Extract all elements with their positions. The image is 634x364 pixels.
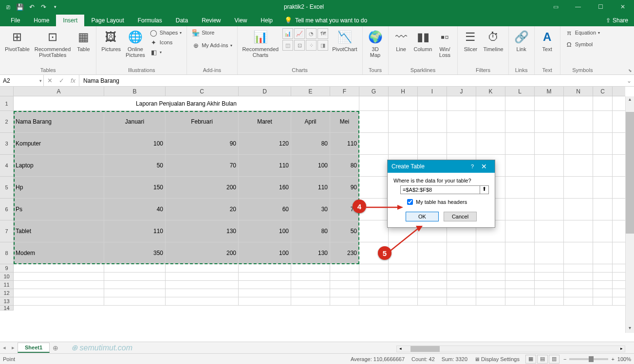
row-header[interactable]: 5 bbox=[0, 177, 14, 199]
col-header-d[interactable]: D bbox=[239, 87, 291, 96]
tell-me-search[interactable]: 💡 Tell me what you want to do bbox=[280, 14, 372, 26]
col-header-i[interactable]: I bbox=[418, 87, 447, 96]
tab-data[interactable]: Data bbox=[169, 15, 195, 26]
scroll-thumb[interactable] bbox=[410, 346, 440, 352]
scroll-down-icon[interactable]: ▾ bbox=[626, 325, 634, 333]
row-header[interactable]: 3 bbox=[0, 133, 14, 155]
enter-formula-icon[interactable]: ✓ bbox=[56, 77, 67, 84]
scroll-up-icon[interactable]: ▴ bbox=[626, 96, 634, 104]
sheet-tab-active[interactable]: Sheet1 bbox=[18, 343, 50, 353]
sheet-nav-next-icon[interactable]: ▸ bbox=[9, 345, 18, 351]
col-header-g[interactable]: G bbox=[359, 87, 389, 96]
col-header-a[interactable]: A bbox=[14, 87, 104, 96]
normal-view-icon[interactable]: ▦ bbox=[525, 355, 536, 364]
redo-icon[interactable]: ↷ bbox=[38, 1, 49, 12]
fx-icon[interactable]: fx bbox=[67, 77, 79, 84]
table-header-cell[interactable]: Nama Barang bbox=[14, 111, 104, 132]
col-header-j[interactable]: J bbox=[447, 87, 476, 96]
col-header-l[interactable]: L bbox=[505, 87, 535, 96]
table-header-cell[interactable]: Januari bbox=[104, 111, 166, 132]
sheet-nav-prev-icon[interactable]: ◂ bbox=[0, 345, 9, 351]
pie-chart-icon[interactable]: ◔ bbox=[306, 28, 317, 39]
cells-area[interactable]: Laporan Penjualan Barang Akhir Bulan Nam… bbox=[14, 96, 625, 333]
scroll-right-icon[interactable]: ▸ bbox=[618, 346, 625, 352]
row-header[interactable]: 1 bbox=[0, 96, 14, 111]
chevron-down-icon[interactable]: ▾ bbox=[39, 78, 42, 83]
row-header[interactable]: 12 bbox=[0, 289, 14, 297]
stat-chart-icon[interactable]: ⊡ bbox=[294, 40, 305, 51]
dialog-titlebar[interactable]: Create Table ? ✕ bbox=[388, 160, 495, 173]
col-header-k[interactable]: K bbox=[476, 87, 505, 96]
map-chart-icon[interactable]: 🗺 bbox=[317, 28, 328, 39]
table-button[interactable]: ▦Table bbox=[75, 28, 92, 53]
zoom-out-icon[interactable]: − bbox=[563, 356, 566, 362]
tab-file[interactable]: File bbox=[4, 15, 27, 26]
pivottable-button[interactable]: ⊞PivotTable bbox=[4, 28, 31, 53]
close-icon[interactable]: ✕ bbox=[612, 0, 634, 14]
report-title-cell[interactable]: Laporan Penjualan Barang Akhir Bulan bbox=[14, 96, 359, 110]
row-header[interactable]: 11 bbox=[0, 281, 14, 289]
bar-chart-icon[interactable]: 📊 bbox=[282, 28, 293, 39]
col-header-n[interactable]: N bbox=[564, 87, 593, 96]
row-header[interactable]: 8 bbox=[0, 242, 14, 264]
sparkline-winloss-button[interactable]: ▪▫Win/ Loss bbox=[436, 28, 453, 59]
ribbon-options-icon[interactable]: ▭ bbox=[544, 0, 567, 14]
scroll-left-icon[interactable]: ◂ bbox=[397, 346, 404, 352]
recommended-pivottables-button[interactable]: ⊡Recommended PivotTables bbox=[34, 28, 72, 59]
zoom-level[interactable]: 100% bbox=[617, 356, 631, 362]
range-picker-icon[interactable]: ⬆ bbox=[480, 186, 488, 194]
expand-formula-bar-icon[interactable]: ⌄ bbox=[624, 75, 634, 86]
help-icon[interactable]: ? bbox=[467, 164, 477, 169]
ok-button[interactable]: OK bbox=[406, 212, 439, 221]
zoom-slider[interactable] bbox=[569, 358, 608, 360]
link-button[interactable]: 🔗Link bbox=[513, 28, 530, 53]
tab-formulas[interactable]: Formulas bbox=[131, 15, 169, 26]
pictures-button[interactable]: 🖼Pictures bbox=[100, 28, 122, 53]
sparkline-line-button[interactable]: 〰Line bbox=[392, 28, 410, 53]
name-box[interactable]: A2▾ bbox=[0, 75, 44, 86]
timeline-button[interactable]: ⏱Timeline bbox=[482, 28, 504, 53]
slicer-button[interactable]: ☰Slicer bbox=[462, 28, 479, 53]
col-header-c[interactable]: C bbox=[166, 87, 239, 96]
tab-home[interactable]: Home bbox=[27, 15, 56, 26]
col-header-b[interactable]: B bbox=[104, 87, 166, 96]
row-header[interactable]: 13 bbox=[0, 297, 14, 306]
col-header-e[interactable]: E bbox=[291, 87, 330, 96]
tab-view[interactable]: View bbox=[228, 15, 254, 26]
close-icon[interactable]: ✕ bbox=[477, 163, 491, 170]
col-header-f[interactable]: F bbox=[330, 87, 359, 96]
tab-insert[interactable]: Insert bbox=[56, 15, 84, 26]
charts-dialog-launcher-icon[interactable]: ⬊ bbox=[628, 68, 632, 73]
page-layout-view-icon[interactable]: ▤ bbox=[537, 355, 548, 364]
online-pictures-button[interactable]: 🌐Online Pictures bbox=[125, 28, 146, 59]
maximize-icon[interactable]: ☐ bbox=[589, 0, 612, 14]
table-header-cell[interactable]: Mei bbox=[330, 111, 359, 132]
horizontal-scrollbar[interactable]: ◂ ▸ bbox=[396, 346, 625, 352]
row-header[interactable]: 2 bbox=[0, 111, 14, 133]
text-button[interactable]: AText bbox=[539, 28, 556, 53]
qat-customize-icon[interactable]: ▾ bbox=[50, 1, 60, 12]
row-header[interactable]: 4 bbox=[0, 155, 14, 177]
tab-review[interactable]: Review bbox=[195, 15, 227, 26]
save-icon[interactable]: 💾 bbox=[15, 1, 25, 12]
headers-checkbox[interactable] bbox=[407, 199, 413, 205]
display-settings-button[interactable]: 🖥 Display Settings bbox=[474, 356, 520, 362]
icons-button[interactable]: ✦Icons bbox=[149, 38, 183, 47]
vertical-scrollbar[interactable]: ▴ ▾ bbox=[625, 96, 634, 333]
undo-icon[interactable]: ↶ bbox=[26, 1, 37, 12]
formula-input[interactable]: Nama Barang bbox=[79, 75, 624, 86]
headers-checkbox-wrapper[interactable]: My table has headers bbox=[407, 199, 489, 205]
row-header[interactable]: 7 bbox=[0, 220, 14, 242]
hier-chart-icon[interactable]: ◫ bbox=[282, 40, 293, 51]
more-illus-button[interactable]: ◧▾ bbox=[149, 48, 183, 56]
symbol-button[interactable]: ΩSymbol bbox=[564, 40, 601, 49]
row-header[interactable]: 10 bbox=[0, 273, 14, 281]
row-header[interactable]: 6 bbox=[0, 199, 14, 220]
tab-help[interactable]: Help bbox=[254, 15, 280, 26]
zoom-in-icon[interactable]: + bbox=[611, 356, 614, 362]
table-header-cell[interactable]: Maret bbox=[239, 111, 291, 132]
table-header-cell[interactable]: April bbox=[291, 111, 330, 132]
line-chart-icon[interactable]: 📈 bbox=[294, 28, 305, 39]
col-header-o[interactable]: C bbox=[593, 87, 613, 96]
store-button[interactable]: 🏪Store bbox=[191, 28, 233, 37]
